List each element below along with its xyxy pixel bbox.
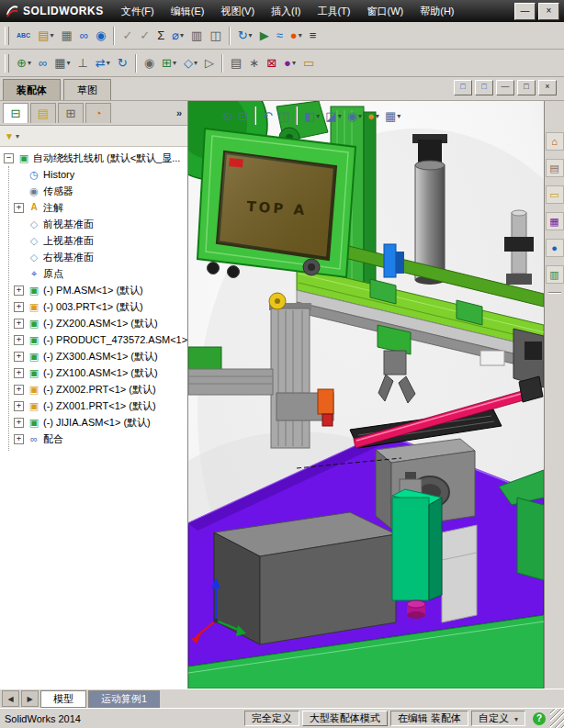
design-library-icon[interactable]: ▤ [546,159,564,177]
tab-sketch[interactable]: 草图 [63,79,111,100]
design-binder-icon[interactable]: ▤▾ [35,24,56,48]
pendant-monitor-component[interactable]: TOP A [197,129,355,278]
tree-item-history[interactable]: ◷History [0,166,187,183]
resize-grip[interactable] [550,709,564,728]
section-view-icon[interactable]: ◫ [276,108,292,124]
smart-fastener-icon[interactable]: ⊥ [75,51,91,75]
tree-root-collapse-box[interactable]: − [4,153,14,163]
dark-box-component[interactable] [214,512,396,644]
interference-detection-icon[interactable]: ⊠ [264,51,279,75]
property-manager-tab[interactable]: ▤ [30,103,56,123]
tree-item-front-plane[interactable]: ◇前视基准面 [0,216,187,232]
tree-item-zx100-asm[interactable]: +▣(-) ZX100.ASM<1> (默认) [0,364,187,381]
appearances-toolbar-icon[interactable]: ●▾ [281,51,299,75]
tab-model[interactable]: 模型 [40,690,86,708]
display-style-icon[interactable]: ◪▾ [322,108,344,124]
close-window-button[interactable]: × [538,3,559,20]
new-motion-study-icon[interactable]: ▷ [202,51,217,75]
feature-manager-tab[interactable]: ⊟ [3,103,28,123]
edit-appearance-icon[interactable]: ●▾ [365,108,382,124]
verification-icon[interactable]: ✓ [137,24,152,48]
resources-icon[interactable]: ⌂ [546,132,564,151]
tree-item-mates[interactable]: +∞配合 [0,431,187,447]
custom-properties-icon[interactable]: ▥ [546,265,564,284]
show-hidden-icon[interactable]: ◉ [141,51,157,75]
tree-item-sensors[interactable]: ◉传感器 [0,183,187,199]
scene-icon[interactable]: ▦▾ [382,108,403,124]
tab-assembly[interactable]: 装配体 [3,79,61,100]
tree-item-zx001-prt[interactable]: +▣(-) ZX001.PRT<1> (默认) [0,398,187,414]
next-document-button[interactable]: □ [475,80,493,95]
tab-scroll-left-button[interactable]: ◀ [2,690,19,707]
previous-document-button[interactable]: □ [454,80,472,95]
section-properties-icon[interactable]: ◫ [207,24,223,48]
mass-properties-icon[interactable]: ▥ [188,24,205,48]
tree-item-003-prt[interactable]: +▣(-) 003.PRT<1> (默认) [0,298,187,315]
menu-window[interactable]: 窗口(W) [359,1,412,22]
doc-restore-button[interactable]: □ [517,80,536,95]
menu-help[interactable]: 帮助(H) [412,1,462,22]
doc-minimize-button[interactable]: — [496,80,514,95]
menu-view[interactable]: 视图(V) [212,1,263,22]
menu-edit[interactable]: 编辑(E) [163,1,213,22]
tree-item-zx002-prt[interactable]: +▣(-) ZX002.PRT<1> (默认) [0,381,187,398]
tree-item-zx002-prt-expand-box[interactable]: + [14,385,24,395]
viewport-canvas[interactable]: TOP A [188,101,544,689]
tree-item-annotations[interactable]: +A注解 [0,199,187,216]
menu-tools[interactable]: 工具(T) [309,1,358,22]
design-table-icon[interactable]: ▦ [58,24,74,48]
web-options-icon[interactable]: ◉ [93,24,108,48]
tree-item-top-plane[interactable]: ◇上视基准面 [0,232,187,249]
toolbar-grip-2[interactable] [5,54,9,73]
assembly-features-icon[interactable]: ⊞▾ [159,51,179,75]
tree-item-003-prt-expand-box[interactable]: + [14,302,24,312]
tree-item-pm-asm[interactable]: +▣(-) PM.ASM<1> (默认) [0,282,187,298]
zoom-fit-icon[interactable]: ⊙ [220,108,235,124]
view-orientation-icon[interactable]: ◧▾ [301,108,322,124]
filter-caret-icon[interactable]: ▾ [16,132,19,140]
toolbar-grip[interactable] [5,27,9,45]
tree-item-zx001-prt-expand-box[interactable]: + [14,401,24,411]
tree-item-right-plane[interactable]: ◇右视基准面 [0,249,187,265]
tab-motion-study-1[interactable]: 运动算例1 [88,690,160,708]
tree-root-row[interactable]: − ▣ 自动绕线扎线机 (默认<默认_显... [0,150,187,166]
hide-show-icon[interactable]: ◉▾ [344,108,365,124]
status-custom-dropdown[interactable]: 自定义 ▾ [471,711,525,726]
tree-item-zx200-asm-expand-box[interactable]: + [14,319,24,329]
exploded-view-icon[interactable]: ∗ [246,51,262,75]
select-filter-icon[interactable]: ✓ [119,24,135,48]
tree-item-pm-asm-expand-box[interactable]: + [14,286,24,296]
status-large-assembly-mode[interactable]: 大型装配体模式 [302,711,388,726]
doc-close-button[interactable]: × [538,80,557,95]
zoom-area-icon[interactable]: ⊡ [235,108,251,124]
minimize-window-button[interactable]: — [514,3,536,20]
help-button[interactable]: ? [533,712,546,725]
move-component-icon[interactable]: ⇄▾ [93,51,113,75]
panel-expand-chevron-icon[interactable]: » [176,107,187,118]
tree-item-mates-expand-box[interactable]: + [14,434,24,444]
tree-item-zx300-asm[interactable]: +▣(-) ZX300.ASM<1> (默认) [0,348,187,364]
filter-funnel-icon[interactable]: ▼ [5,131,14,141]
mate-icon[interactable]: ∞ [36,51,50,75]
rotate-component-icon[interactable]: ↻ [115,51,130,75]
tree-item-jijia-asm-expand-box[interactable]: + [14,418,24,428]
pack-and-go-icon[interactable]: ▭ [300,51,317,75]
render-icon[interactable]: ●▾ [288,24,305,48]
insert-component-icon[interactable]: ⊕▾ [14,51,34,75]
linear-pattern-icon[interactable]: ▦▾ [51,51,73,75]
previous-view-icon[interactable]: ↶ [260,108,276,124]
bom-icon[interactable]: ▤ [228,51,244,75]
tree-item-product-473572-asm[interactable]: +▣(-) PRODUCT_473572.ASM<1> [0,331,187,348]
display-manager-tab[interactable]: ◔ [85,103,111,123]
configuration-manager-tab[interactable]: ⊞ [58,103,84,123]
file-explorer-icon[interactable]: ▭ [546,185,564,204]
hyperlink-icon[interactable]: ∞ [77,24,91,48]
view-palette-icon[interactable]: ▦ [546,212,564,230]
equations-icon[interactable]: Σ [154,24,167,48]
graphics-area[interactable]: TOP A [188,101,544,689]
simulation-icon[interactable]: ▶ [257,24,272,48]
appearances-icon[interactable]: ● [546,239,564,257]
tree-item-zx200-asm[interactable]: +▣(-) ZX200.ASM<1> (默认) [0,315,187,331]
tree-item-origin[interactable]: ⌖原点 [0,265,187,282]
tree-item-jijia-asm[interactable]: +▣(-) JIJIA.ASM<1> (默认) [0,414,187,431]
